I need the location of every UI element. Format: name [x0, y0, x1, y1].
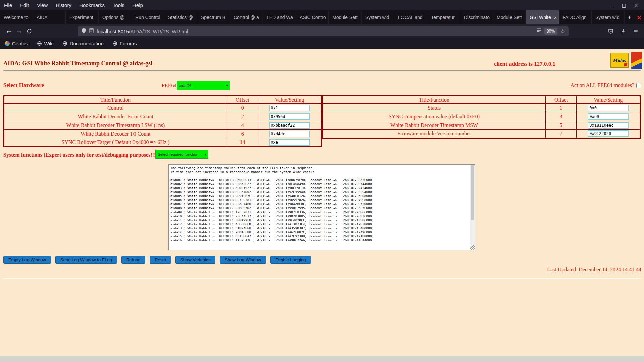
client-address: client address is 127.0.0.1: [494, 61, 555, 67]
act-all-checkbox[interactable]: [636, 83, 641, 88]
back-icon[interactable]: ←: [4, 26, 14, 36]
empty-log-window-button[interactable]: Empty Log Window: [3, 256, 51, 264]
value-input-status[interactable]: [588, 105, 629, 111]
tab-welcome-to[interactable]: Welcome to: [0, 10, 33, 24]
tab-options[interactable]: Options @: [99, 10, 131, 24]
tab-temperatur[interactable]: Temperatur: [427, 10, 460, 24]
tab-run-control[interactable]: Run Control: [131, 10, 164, 24]
bookmark-forums[interactable]: Forums: [112, 41, 137, 46]
register-offset: 5: [546, 121, 577, 130]
menu-tools[interactable]: Tools: [109, 0, 128, 10]
bookmark-wiki[interactable]: Wiki: [37, 41, 54, 46]
menu-bookmarks[interactable]: Bookmarks: [75, 0, 109, 10]
tab-spectrum-b[interactable]: Spectrum B: [197, 10, 230, 24]
menu-edit[interactable]: Edit: [16, 0, 33, 10]
tab-system-wid[interactable]: System wid: [592, 10, 625, 24]
url-text[interactable]: localhost:8015/AIDA/TS_WR/TS_WR.tml: [97, 28, 533, 34]
tab-discriminato[interactable]: Discriminato: [460, 10, 493, 24]
register-value-cell: [577, 104, 640, 112]
tab-module-sett[interactable]: Module Sett: [493, 10, 526, 24]
bookmark-star-icon[interactable]: ☆: [560, 28, 565, 35]
menu-file[interactable]: File: [0, 0, 16, 10]
window-close-icon[interactable]: ×: [634, 10, 644, 24]
downloads-icon[interactable]: [618, 26, 628, 36]
tab-experiment[interactable]: Experiment: [66, 10, 99, 24]
tab-led-and-wa[interactable]: LED and Wa: [263, 10, 296, 24]
close-icon[interactable]: ×: [633, 3, 639, 8]
minimize-icon[interactable]: –: [609, 3, 614, 8]
menu-view[interactable]: View: [33, 0, 52, 10]
send-log-window-to-elog-button[interactable]: Send Log Window to ELog: [55, 256, 117, 264]
bookmark-documentation[interactable]: Documentation: [62, 41, 104, 46]
reload-icon[interactable]: [24, 26, 34, 36]
navigation-bar: ← → localhost:8015/AIDA/TS_WR/TS_WR.tml …: [0, 24, 644, 38]
reload-button[interactable]: Reload: [121, 256, 145, 264]
maximize-icon[interactable]: □: [621, 3, 627, 8]
show-variables-button[interactable]: Show Variables: [175, 256, 215, 264]
register-title: SYNC Rollover Target ( Default 0x4000 =>…: [4, 138, 227, 147]
menu-help[interactable]: Help: [128, 0, 147, 10]
menu-hamburger-icon[interactable]: ≡: [631, 26, 641, 36]
zoom-level-badge[interactable]: 80%: [544, 28, 557, 35]
scrollbar-thumb[interactable]: [471, 165, 474, 220]
value-input-white-rabbit-decoder-error-count[interactable]: [269, 113, 310, 120]
tab-module-sett[interactable]: Module Sett: [329, 10, 362, 24]
value-input-control[interactable]: [269, 105, 310, 111]
value-input-firmware-module-version-number[interactable]: [588, 130, 629, 137]
midas-logo-text: Midas: [613, 58, 626, 63]
register-offset: 6: [227, 130, 258, 138]
tab-gsi-white[interactable]: GSI White×: [526, 10, 559, 24]
tab-fadc-align[interactable]: FADC Align: [559, 10, 592, 24]
url-bar[interactable]: localhost:8015/AIDA/TS_WR/TS_WR.tml 80% …: [78, 26, 569, 36]
register-title: White Rabbit Decoder Error Count: [4, 112, 227, 121]
value-input-sync-compensation-value-default-0xe0[interactable]: [588, 113, 629, 120]
show-log-window-button[interactable]: Show Log Window: [220, 256, 266, 264]
tab-system-wid[interactable]: System wid: [362, 10, 394, 24]
table-header-row: Title/Function Offset Value/Setting: [323, 96, 640, 104]
window-controls: – □ ×: [609, 3, 644, 8]
register-title: Status: [323, 104, 546, 112]
system-functions-label: System functions (Expert users only for …: [3, 152, 158, 158]
enable-logging-button[interactable]: Enable Logging: [270, 256, 311, 264]
tab-asic-contro[interactable]: ASIC Contro: [296, 10, 329, 24]
chevron-down-icon: ▾: [224, 83, 230, 88]
system-functions-select[interactable]: Select required function ▾: [155, 150, 208, 159]
register-row: White Rabbit Decoder Timestamp MSW5: [323, 121, 640, 130]
value-input-white-rabbit-decoder-t0-count[interactable]: [269, 131, 310, 137]
page-content: AIDA: GSI White Rabbit Timestamp Control…: [0, 49, 644, 356]
tab-close-icon[interactable]: ×: [554, 15, 557, 20]
register-value-cell: [258, 112, 322, 121]
resize-grip-icon[interactable]: [470, 245, 475, 250]
fee64-select[interactable]: aida04 ▾: [177, 81, 230, 90]
header-title-function: Title/Function: [323, 96, 546, 104]
divider: [3, 70, 641, 71]
tab-control-a[interactable]: Control @ a: [230, 10, 263, 24]
bookmark-centos[interactable]: Centos: [5, 41, 28, 46]
new-tab-button[interactable]: +: [625, 10, 634, 24]
value-input-white-rabbit-decoder-timestamp-msw[interactable]: [588, 122, 629, 129]
tab-statistics[interactable]: Statistics @: [164, 10, 197, 24]
pocket-icon[interactable]: [606, 26, 616, 36]
value-input-white-rabbit-decoder-timestamp-lsw-1ns[interactable]: [269, 122, 310, 129]
tab-aida[interactable]: AIDA: [33, 10, 66, 24]
register-title: SYNC compensation value (default 0xE0): [323, 112, 546, 121]
value-input-sync-rollover-target-default-0x4000-6hz[interactable]: [269, 139, 310, 146]
register-title: White Rabbit Decoder Timestamp LSW (1ns): [4, 121, 227, 130]
reader-mode-icon[interactable]: [536, 28, 541, 34]
reset-button[interactable]: Reset: [150, 256, 171, 264]
tab-local-and[interactable]: LOCAL and: [394, 10, 427, 24]
register-title: Firmware module Version number: [323, 130, 546, 138]
site-info-icon[interactable]: [89, 28, 94, 35]
globe-icon: [112, 41, 117, 46]
log-scrollbar[interactable]: [470, 165, 475, 250]
register-row: Control0: [4, 104, 322, 112]
register-value-cell: [577, 130, 640, 138]
tab-strip: Welcome toAIDAExperimentOptions @Run Con…: [0, 10, 625, 24]
bookmarks-bar: CentosWikiDocumentationForums: [0, 38, 644, 49]
forward-icon: →: [14, 26, 24, 36]
register-title: White Rabbit Decoder T0 Count: [4, 130, 227, 138]
menu-history[interactable]: History: [52, 0, 75, 10]
register-row: SYNC Rollover Target ( Default 0x4000 =>…: [4, 138, 322, 147]
shield-icon[interactable]: [81, 28, 86, 35]
log-window[interactable]: The following are timestamp values from …: [168, 164, 475, 250]
